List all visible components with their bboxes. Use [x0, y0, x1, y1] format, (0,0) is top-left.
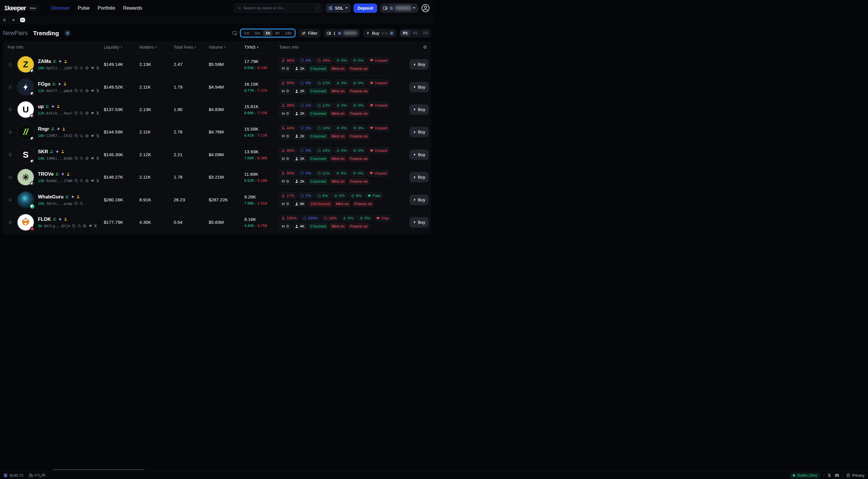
contract-address[interactable]: C2HR7...Ch3Z: [46, 133, 72, 138]
search-link[interactable]: [80, 156, 83, 160]
token-name[interactable]: WhaleGuru: [38, 194, 64, 199]
favorite-star-icon[interactable]: ☆: [8, 197, 12, 203]
timeframe-5m[interactable]: 5m: [252, 30, 263, 36]
token-avatar[interactable]: [18, 192, 34, 208]
favorite-star-icon[interactable]: ☆: [8, 219, 12, 225]
copy-link[interactable]: [72, 224, 76, 228]
telegram-link[interactable]: [90, 179, 94, 183]
timeframe-1m[interactable]: 1m: [241, 30, 252, 36]
search-link[interactable]: [80, 111, 83, 115]
favorite-star-icon[interactable]: ☆: [8, 129, 12, 135]
favorite-star-icon[interactable]: ☆: [8, 84, 12, 90]
token-avatar[interactable]: ✳: [18, 169, 34, 185]
contract-address[interactable]: 3QrGc...pump: [46, 201, 72, 206]
search-bar[interactable]: /: [234, 3, 323, 12]
token-name[interactable]: Rngr: [38, 126, 49, 132]
quick-buy-control[interactable]: Buy 0.0: [363, 29, 397, 38]
telegram-link[interactable]: [88, 224, 92, 228]
table-settings-gear-icon[interactable]: ⚙: [423, 44, 427, 50]
token-name[interactable]: ZAMa: [38, 59, 51, 64]
deposit-button[interactable]: Deposit: [353, 3, 377, 13]
token-avatar[interactable]: [18, 214, 34, 230]
copy-link[interactable]: [74, 89, 78, 93]
globe-link[interactable]: [85, 66, 89, 70]
wallet-balance-pill[interactable]: [380, 3, 418, 13]
preset-p3[interactable]: P3: [420, 30, 431, 36]
table-row[interactable]: ☆ // Rngr 18h C2HR7...Ch3Z $144.59K 2.11…: [3, 121, 431, 143]
x-link[interactable]: [96, 156, 100, 160]
table-row[interactable]: ☆ Z ZAMa 16h HpP2J...jddY $149.14K 2.13K…: [3, 53, 431, 76]
copy-link[interactable]: [74, 66, 78, 70]
pulse-app-quick-button[interactable]: [18, 16, 27, 24]
search-link[interactable]: [80, 134, 83, 138]
dismiss-panel-button[interactable]: [232, 31, 237, 36]
globe-link[interactable]: [85, 89, 89, 93]
nav-link-discover[interactable]: Discover: [51, 5, 70, 11]
table-row[interactable]: ☆ S SKR 14h 14R6i...6nKD $145.30K 2.12K …: [3, 143, 431, 166]
buy-button[interactable]: Buy: [409, 127, 429, 137]
token-name[interactable]: FLOK: [38, 217, 51, 222]
contract-address[interactable]: 8kYLg...BYjh: [44, 224, 70, 228]
table-row[interactable]: ☆ FOgo 12h 46sTf...pWo6 $149.52K 2.11K 1…: [3, 76, 431, 98]
account-avatar[interactable]: [421, 4, 430, 12]
buy-button[interactable]: Buy: [409, 217, 429, 228]
column-header-txns[interactable]: TXNS▲▼: [244, 45, 279, 50]
nav-link-pulse[interactable]: Pulse: [78, 5, 90, 11]
buy-button[interactable]: Buy: [409, 172, 429, 182]
favorite-star-icon[interactable]: ☆: [8, 152, 12, 158]
copy-link[interactable]: [74, 111, 78, 115]
telegram-link[interactable]: [90, 134, 94, 138]
search-link[interactable]: [80, 66, 83, 70]
buy-button[interactable]: Buy: [409, 104, 429, 115]
favorite-star-icon[interactable]: ☆: [8, 106, 12, 113]
token-avatar[interactable]: U: [18, 101, 34, 118]
globe-link[interactable]: [85, 179, 89, 183]
table-row[interactable]: ☆ FLOK 3h 8kYLg...BYjh $177.79K 4.30K 0.…: [3, 211, 431, 234]
filter-button[interactable]: Filter: [299, 29, 321, 38]
globe-link[interactable]: [85, 134, 89, 138]
buy-button[interactable]: Buy: [409, 59, 429, 70]
token-name[interactable]: up: [38, 104, 44, 109]
globe-link[interactable]: [85, 156, 89, 160]
contract-address[interactable]: 14R6i...6nKD: [46, 156, 72, 161]
copy-link[interactable]: [74, 156, 78, 160]
x-link[interactable]: [94, 224, 97, 228]
search-input[interactable]: [243, 6, 312, 10]
globe-link[interactable]: [83, 224, 87, 228]
favorite-star-icon[interactable]: ☆: [8, 62, 12, 68]
telegram-link[interactable]: [90, 66, 94, 70]
contract-address[interactable]: 6v5ib...4ex7: [46, 111, 72, 116]
table-row[interactable]: ☆ WhaleGuru 15h 3QrGc...pump $280.16K 8.…: [3, 189, 431, 211]
app-logo[interactable]: 1keeper Beta: [4, 4, 38, 12]
token-avatar[interactable]: [18, 79, 34, 95]
buy-button[interactable]: Buy: [409, 82, 429, 92]
search-link[interactable]: [78, 224, 81, 228]
x-link[interactable]: [96, 89, 100, 93]
search-link[interactable]: [80, 179, 83, 183]
column-header-total-fees[interactable]: Total Fees▲▼: [174, 45, 209, 50]
column-header-volume[interactable]: Volume▲▼: [209, 45, 244, 50]
chain-filter-badge[interactable]: [64, 30, 71, 37]
table-row[interactable]: ☆ ✳ TROVe 13h 9a9GE...27W8 $148.27K 2.11…: [3, 166, 431, 189]
favorite-star-icon[interactable]: ☆: [8, 174, 12, 180]
favorites-quick-button[interactable]: ★: [9, 16, 18, 24]
globe-link[interactable]: [85, 111, 89, 115]
column-header-holders[interactable]: Holders▲▼: [139, 45, 174, 50]
tab-newpairs[interactable]: NewPairs: [3, 30, 28, 36]
token-avatar[interactable]: Z: [18, 56, 34, 72]
x-link[interactable]: [96, 134, 100, 138]
token-avatar[interactable]: S: [18, 147, 34, 163]
token-name[interactable]: FOgo: [38, 81, 51, 87]
nav-link-portfolio[interactable]: Portfolio: [98, 5, 116, 11]
preset-p2[interactable]: P2: [410, 30, 421, 36]
token-name[interactable]: SKR: [38, 149, 48, 154]
copy-link[interactable]: [74, 179, 78, 183]
preset-p1[interactable]: P1: [400, 30, 410, 36]
wallet-selector[interactable]: 1: [323, 29, 360, 38]
timeframe-6h[interactable]: 6h: [273, 30, 282, 36]
column-header-liquidity[interactable]: Liquidity▲▼: [104, 45, 139, 50]
token-avatar[interactable]: //: [18, 124, 34, 140]
x-link[interactable]: [96, 111, 100, 115]
timeframe-24h[interactable]: 24h: [282, 30, 294, 36]
x-link[interactable]: [96, 179, 100, 183]
